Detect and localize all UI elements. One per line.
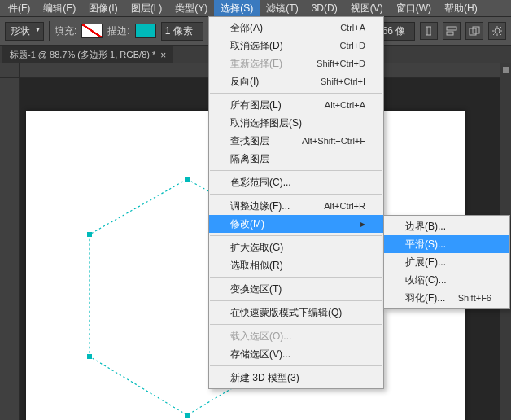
menu-item-refine-edge[interactable]: 调整边缘(F)...Alt+Ctrl+R xyxy=(209,197,383,215)
submenu-item-expand[interactable]: 扩展(E)... xyxy=(384,253,509,271)
submenu-item-contract[interactable]: 收缩(C)... xyxy=(384,271,509,289)
menu-type[interactable]: 类型(Y) xyxy=(168,0,214,17)
svg-rect-11 xyxy=(87,232,92,237)
menu-layer[interactable]: 图层(L) xyxy=(124,0,169,17)
gear-icon[interactable] xyxy=(488,22,506,40)
fill-swatch[interactable] xyxy=(81,24,103,38)
stroke-label: 描边: xyxy=(107,24,129,38)
document-tab[interactable]: 标题-1 @ 88.7% (多边形 1, RGB/8) * × xyxy=(2,46,173,63)
menu-file[interactable]: 件(F) xyxy=(2,0,37,17)
menu-item-deselect[interactable]: 取消选择(D)Ctrl+D xyxy=(209,37,383,55)
stroke-width-field[interactable]: 1 像素 xyxy=(161,22,203,41)
link-icon[interactable] xyxy=(420,22,438,40)
menu-help[interactable]: 帮助(H) xyxy=(438,0,484,17)
stroke-swatch[interactable] xyxy=(135,24,156,38)
menu-item-transform-selection[interactable]: 变换选区(T) xyxy=(209,280,383,298)
svg-rect-9 xyxy=(185,413,190,418)
menu-item-save-selection[interactable]: 存储选区(V)... xyxy=(209,345,383,363)
menu-item-modify[interactable]: 修改(M)▸ xyxy=(209,215,383,233)
ruler-origin xyxy=(0,63,20,78)
submenu-item-smooth[interactable]: 平滑(S)... xyxy=(384,235,509,253)
document-tab-title: 标题-1 @ 88.7% (多边形 1, RGB/8) * xyxy=(10,49,155,61)
svg-point-4 xyxy=(495,28,500,33)
submenu-item-feather[interactable]: 羽化(F)...Shift+F6 xyxy=(384,289,509,307)
submenu-item-border[interactable]: 边界(B)... xyxy=(384,217,509,235)
menu-3d[interactable]: 3D(D) xyxy=(305,1,344,15)
menu-edit[interactable]: 编辑(E) xyxy=(37,0,82,17)
svg-rect-10 xyxy=(87,354,92,359)
panel-icon[interactable] xyxy=(500,67,511,81)
menu-item-find-layers[interactable]: 查找图层Alt+Shift+Ctrl+F xyxy=(209,132,383,150)
align-icon[interactable] xyxy=(443,22,461,40)
select-menu: 全部(A)Ctrl+A 取消选择(D)Ctrl+D 重新选择(E)Shift+C… xyxy=(208,16,384,389)
menu-item-similar[interactable]: 选取相似(R) xyxy=(209,256,383,274)
menu-item-isolate-layers[interactable]: 隔离图层 xyxy=(209,150,383,168)
menu-item-load-selection: 载入选区(O)... xyxy=(209,327,383,345)
menu-view[interactable]: 视图(V) xyxy=(344,0,390,17)
shape-mode-select[interactable]: 形状 xyxy=(5,22,44,41)
menu-item-reselect: 重新选择(E)Shift+Ctrl+D xyxy=(209,55,383,72)
fill-label: 填充: xyxy=(55,24,76,38)
svg-rect-0 xyxy=(447,27,456,30)
menu-select[interactable]: 选择(S) xyxy=(214,0,260,17)
menu-filter[interactable]: 滤镜(T) xyxy=(260,0,304,17)
menu-image[interactable]: 图像(I) xyxy=(82,0,124,17)
arrange-icon[interactable] xyxy=(465,22,483,40)
menu-item-new-3d[interactable]: 新建 3D 模型(3) xyxy=(209,369,383,387)
svg-rect-12 xyxy=(503,67,509,73)
svg-rect-6 xyxy=(185,177,190,182)
menu-item-grow[interactable]: 扩大选取(G) xyxy=(209,238,383,256)
close-icon[interactable]: × xyxy=(160,50,166,61)
menubar: 件(F) 编辑(E) 图像(I) 图层(L) 类型(Y) 选择(S) 滤镜(T)… xyxy=(0,0,511,16)
modify-submenu: 边界(B)... 平滑(S)... 扩展(E)... 收缩(C)... 羽化(F… xyxy=(383,215,510,309)
svg-rect-1 xyxy=(447,32,453,35)
menu-item-all[interactable]: 全部(A)Ctrl+A xyxy=(209,19,383,37)
menu-item-inverse[interactable]: 反向(I)Shift+Ctrl+I xyxy=(209,72,383,90)
menu-item-all-layers[interactable]: 所有图层(L)Alt+Ctrl+A xyxy=(209,96,383,114)
menu-window[interactable]: 窗口(W) xyxy=(390,0,438,17)
menu-item-color-range[interactable]: 色彩范围(C)... xyxy=(209,173,383,191)
vertical-ruler xyxy=(0,63,20,420)
menu-item-deselect-layers[interactable]: 取消选择图层(S) xyxy=(209,114,383,132)
menu-item-quick-mask[interactable]: 在快速蒙版模式下编辑(Q) xyxy=(209,304,383,322)
